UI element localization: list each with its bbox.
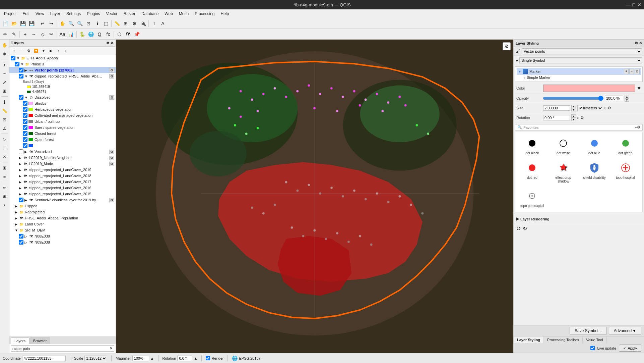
color-picker-arrow-btn[interactable]: ▼ bbox=[637, 86, 641, 91]
layer-item-clipped2016[interactable]: ▶ 🗺 clipped_reprojected_LandCover_2016 bbox=[9, 185, 116, 191]
layer-checkbox-sentinel2[interactable] bbox=[19, 198, 23, 202]
zoom-in-btn[interactable]: 🔍 bbox=[67, 19, 75, 28]
layer-expand-vpoints[interactable]: ▶ bbox=[24, 68, 28, 72]
symbol-topo-hospital[interactable]: topo hospital bbox=[611, 159, 640, 185]
menu-edit[interactable]: Edit bbox=[20, 11, 32, 17]
cat-checkbox-shrubs[interactable] bbox=[23, 101, 27, 106]
size-spin-up[interactable]: ▲ bbox=[571, 105, 576, 108]
expand-all-btn[interactable]: ▼ bbox=[40, 47, 47, 54]
opacity-slider[interactable] bbox=[543, 97, 603, 100]
menu-mesh[interactable]: Mesh bbox=[176, 11, 191, 17]
menu-processing[interactable]: Processing bbox=[192, 11, 217, 17]
open-project-btn[interactable]: 📂 bbox=[10, 19, 18, 28]
layer-checkbox-n08e038[interactable] bbox=[19, 234, 23, 239]
select-btn[interactable]: ⬚ bbox=[102, 19, 110, 28]
cat-checkbox-bare[interactable] bbox=[23, 125, 27, 130]
move-layer-down-btn[interactable]: ↓ bbox=[62, 47, 69, 54]
zoom-in-tool[interactable]: + bbox=[1, 61, 9, 69]
rotation-expression-btn[interactable]: ε bbox=[577, 115, 579, 120]
menu-project[interactable]: Project bbox=[1, 11, 19, 17]
label-btn[interactable]: Aa bbox=[58, 30, 66, 38]
layer-expand-reprojected-g[interactable]: ▶ bbox=[15, 210, 19, 214]
qgis-plugin-btn[interactable]: Q bbox=[95, 30, 104, 38]
edit-layer-btn[interactable]: ✎ bbox=[10, 30, 18, 38]
layer-selector-dropdown[interactable]: Vector points bbox=[522, 48, 642, 54]
pan-to-selection[interactable]: ⊕ bbox=[1, 50, 9, 58]
marker-duplicate-btn[interactable]: ⧉ bbox=[635, 69, 640, 74]
layer-expand-lc2019mode[interactable]: ▶ bbox=[19, 162, 23, 166]
layers-search-clear-btn[interactable]: ✕ bbox=[110, 346, 113, 351]
layer-expand-dissolved[interactable]: ▼ bbox=[24, 96, 28, 99]
symbol-effect-drop-shadow[interactable]: effect drop shadow bbox=[549, 159, 578, 185]
layer-checkbox-hrsl[interactable] bbox=[19, 74, 23, 79]
rotation-spin-down[interactable]: ▼ bbox=[571, 118, 576, 121]
measure-btn[interactable]: 📏 bbox=[113, 19, 121, 28]
menu-web[interactable]: Web bbox=[162, 11, 175, 17]
tab-value-tool[interactable]: Value Tool bbox=[583, 336, 606, 343]
rotation-settings-btn[interactable]: ⚙ bbox=[580, 115, 584, 120]
menu-plugins[interactable]: Plugins bbox=[84, 11, 103, 17]
scale-selector[interactable]: 1:126512 bbox=[84, 356, 107, 361]
layer-expand-hrsl[interactable]: ▼ bbox=[24, 74, 28, 78]
layer-item-reprojected-g[interactable]: ▶ 📁 Reprojected bbox=[9, 209, 116, 215]
tab-layer-styling[interactable]: Layer Styling bbox=[514, 336, 544, 343]
layer-settings-sentinel2[interactable]: ⚙ bbox=[109, 198, 114, 202]
save-project-btn[interactable]: 💾 bbox=[19, 19, 27, 28]
processing-btn[interactable]: ⚙ bbox=[130, 19, 138, 28]
redo-btn[interactable]: ↪ bbox=[47, 19, 55, 28]
tab-processing-toolbox[interactable]: Processing Toolbox bbox=[544, 336, 583, 343]
layer-item-vpoints[interactable]: ▶ ●● Vector points [127802] ⚙ bbox=[9, 67, 116, 73]
layer-settings-vectorized[interactable]: ⚙ bbox=[109, 150, 114, 154]
styling-panel-close-btn[interactable]: ✕ bbox=[639, 41, 642, 45]
layer-expand-n08e038[interactable]: ▷ bbox=[24, 235, 28, 238]
minimize-button[interactable]: — bbox=[626, 2, 631, 7]
rendering-redo-btn[interactable]: ↻ bbox=[523, 225, 527, 232]
layers-panel-float-btn[interactable]: ⧉ bbox=[107, 41, 109, 45]
cat-checkbox-open-forest[interactable] bbox=[23, 137, 27, 142]
add-record[interactable]: ⊕ bbox=[1, 192, 9, 200]
spatial-query-btn[interactable]: ⬡ bbox=[115, 30, 123, 38]
layer-item-vectorized[interactable]: ▶ 🗺 Vectorized ⚙ bbox=[9, 149, 116, 155]
open-field-calc[interactable]: ⊞ bbox=[1, 164, 9, 172]
size-value-input[interactable] bbox=[543, 105, 570, 111]
deselect-all-tool[interactable]: ✕ bbox=[1, 153, 9, 161]
symbol-tree-marker[interactable]: ▼ Marker + − ⧉ bbox=[517, 68, 641, 75]
filter-layer-btn[interactable]: 🔽 bbox=[33, 47, 40, 54]
layer-item-srtm[interactable]: ▼ 📁 SRTM_DEM bbox=[9, 227, 116, 233]
layer-expand-clipped2019[interactable]: ▶ bbox=[19, 168, 23, 172]
live-update-checkbox[interactable] bbox=[590, 346, 595, 350]
size-unit-select[interactable]: Millimeters Pixels Points bbox=[577, 105, 603, 111]
map-canvas-area[interactable]: ⚙ bbox=[116, 40, 513, 353]
rotation-input[interactable] bbox=[177, 356, 192, 361]
simple-marker-item[interactable]: ○ Simple Marker bbox=[517, 75, 641, 80]
layer-expand-hrsl-pop[interactable]: ▶ bbox=[15, 216, 19, 220]
identify-btn[interactable]: ℹ bbox=[93, 19, 101, 28]
favorites-settings-btn[interactable]: ⚙ bbox=[637, 125, 640, 129]
layer-expand-phase3[interactable]: ▼ bbox=[20, 62, 24, 66]
diagram-btn[interactable]: 📊 bbox=[67, 30, 75, 38]
node-tool-btn[interactable]: ◇ bbox=[39, 30, 47, 38]
zoom-extent-btn[interactable]: ⊡ bbox=[84, 19, 92, 28]
measure-area-tool[interactable]: ⊡ bbox=[1, 115, 9, 123]
layer-item-land-cover[interactable]: ▶ 📁 Land Cover bbox=[9, 221, 116, 227]
select-feature-tool[interactable]: ▷ bbox=[1, 135, 9, 143]
cat-checkbox-water[interactable] bbox=[23, 143, 27, 148]
layer-item-sentinel2[interactable]: ▶ 🗺 Sentinel-2 cloudless layer for 2019 … bbox=[9, 197, 116, 203]
close-button[interactable]: ✕ bbox=[637, 2, 641, 7]
open-attribute-table[interactable]: ≡ bbox=[1, 172, 9, 180]
layer-item-clipped2018[interactable]: ▶ 🗺 clipped_reprojected_LandCover_2018 bbox=[9, 173, 116, 179]
layer-checkbox-eth[interactable] bbox=[11, 56, 15, 60]
layer-settings-lc2019mode[interactable]: ⚙ bbox=[109, 162, 114, 166]
symbol-shield-disability[interactable]: shield disability bbox=[580, 159, 609, 185]
menu-view[interactable]: View bbox=[33, 11, 47, 17]
fieldcalc-btn[interactable]: fx bbox=[104, 30, 112, 38]
size-spin-down[interactable]: ▼ bbox=[571, 108, 576, 111]
menu-layer[interactable]: Layer bbox=[48, 11, 63, 17]
layer-expand-clipped2017[interactable]: ▶ bbox=[19, 180, 23, 184]
magnifier-input[interactable] bbox=[132, 356, 149, 361]
size-settings-btn[interactable]: ⚙ bbox=[607, 106, 611, 110]
menu-database[interactable]: Database bbox=[139, 11, 161, 17]
layer-item-phase3[interactable]: ▼ 📁 Phase 3 bbox=[9, 61, 116, 67]
window-controls[interactable]: — □ ✕ bbox=[626, 2, 641, 7]
symbol-dot-blue[interactable]: dot blue bbox=[580, 135, 609, 157]
